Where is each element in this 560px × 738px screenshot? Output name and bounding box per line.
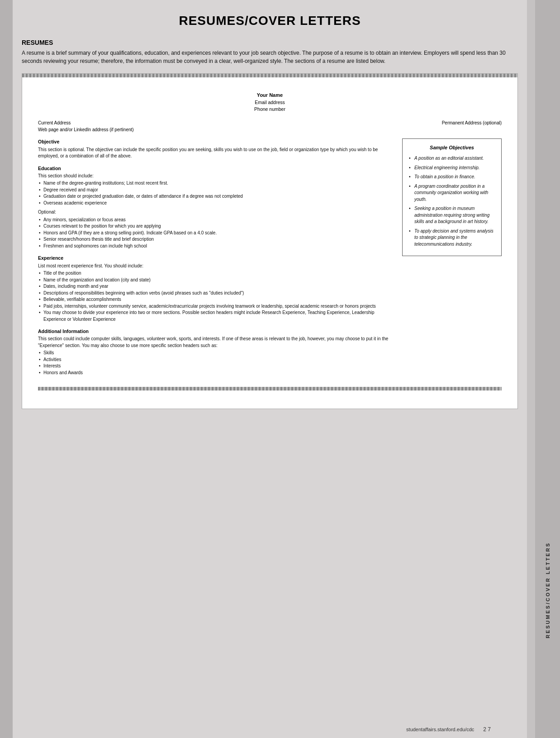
edu-opt-5: Freshmen and sophomores can include high… <box>38 243 395 250</box>
experience-list: Title of the position Name of the organi… <box>38 270 395 323</box>
resume-body: Objective This section is optional. The … <box>38 138 502 378</box>
additional-list: Skills Activities Interests Honors and A… <box>38 350 395 376</box>
obj-5: Seeking a position in museum administrat… <box>409 205 495 225</box>
education-item-3: Graduation date or projected graduation … <box>38 193 395 200</box>
left-decorative-bar <box>0 0 13 738</box>
page-wrapper: RESUMES/COVER LETTERS RESUMES A resume i… <box>0 0 560 738</box>
exp-item-2: Name of the organization and location (c… <box>38 277 395 284</box>
add-item-4: Honors and Awards <box>38 370 395 376</box>
education-list: Name of the degree-granting institutions… <box>38 180 395 206</box>
resume-email: Email address <box>38 99 502 106</box>
education-item-4: Overseas academic experience <box>38 200 395 207</box>
education-item-2: Degree received and major <box>38 187 395 194</box>
exp-item-6: Paid jobs, internships, volunteer commun… <box>38 303 395 310</box>
additional-title: Additional Information <box>38 328 395 335</box>
sidebar-label: RESUMES/COVER LETTERS <box>545 542 551 638</box>
education-title: Education <box>38 165 395 172</box>
current-address-block: Current Address Web page and/or LinkedIn… <box>38 120 134 133</box>
exp-item-4: Descriptions of responsibilities beginni… <box>38 290 395 297</box>
optional-label: Optional: <box>38 209 395 216</box>
intro-paragraph: A resume is a brief summary of your qual… <box>22 49 518 65</box>
page-title: RESUMES/COVER LETTERS <box>22 14 518 28</box>
exp-item-3: Dates, including month and year <box>38 283 395 290</box>
education-item-1: Name of the degree-granting institutions… <box>38 180 395 187</box>
exp-item-5: Believable, verifiable accomplishments <box>38 296 395 303</box>
exp-item-1: Title of the position <box>38 270 395 277</box>
obj-1: A position as an editorial assistant. <box>409 155 495 162</box>
add-item-3: Interests <box>38 363 395 370</box>
edu-opt-3: Honors and GPA (if they are a strong sel… <box>38 230 395 237</box>
resume-header: Your Name Email address Phone number <box>38 92 502 113</box>
sample-objectives-box: Sample Objectives A position as an edito… <box>402 138 502 256</box>
obj-4: A program coordinator position in a comm… <box>409 183 495 203</box>
page-footer: studentaffairs.stanford.edu/cdc 2 7 <box>406 726 491 733</box>
inner-right-bar <box>527 0 535 738</box>
resume-phone: Phone number <box>38 106 502 113</box>
exp-item-7: You may choose to divide your experience… <box>38 309 395 323</box>
experience-intro: List most recent experience first. You s… <box>38 263 395 270</box>
add-item-1: Skills <box>38 350 395 357</box>
objective-title: Objective <box>38 138 395 145</box>
resume-left-column: Objective This section is optional. The … <box>38 138 395 378</box>
edu-opt-2: Courses relevant to the position for whi… <box>38 223 395 230</box>
objective-text: This section is optional. The objective … <box>38 147 395 160</box>
resumes-section-heading: RESUMES <box>22 39 518 46</box>
obj-6: To apply decision and systems analysis t… <box>409 228 495 248</box>
experience-title: Experience <box>38 255 395 262</box>
resume-bottom-border <box>38 387 502 390</box>
sample-objectives-column: Sample Objectives A position as an edito… <box>402 138 502 378</box>
sample-objectives-title: Sample Objectives <box>409 144 495 152</box>
main-content: RESUMES/COVER LETTERS RESUMES A resume i… <box>13 0 527 738</box>
add-item-2: Activities <box>38 357 395 363</box>
sample-objectives-list: A position as an editorial assistant. El… <box>409 155 495 248</box>
additional-text: This section could include computer skil… <box>38 336 395 349</box>
footer-url: studentaffairs.stanford.edu/cdc <box>406 727 474 732</box>
obj-2: Electrical engineering internship. <box>409 165 495 171</box>
permanent-address-label: Permanent Address (optional) <box>442 120 502 133</box>
resume-name: Your Name <box>38 92 502 99</box>
education-optional-list: Any minors, specialization or focus area… <box>38 217 395 250</box>
edu-opt-4: Senior research/honors thesis title and … <box>38 236 395 243</box>
current-address-label: Current Address <box>38 120 134 127</box>
web-address: Web page and/or LinkedIn address (if per… <box>38 127 134 133</box>
edu-opt-1: Any minors, specialization or focus area… <box>38 217 395 224</box>
obj-3: To obtain a position in finance. <box>409 174 495 181</box>
outer-right-bar: RESUMES/COVER LETTERS <box>535 0 560 738</box>
footer-page: 2 7 <box>483 726 491 733</box>
resume-document: Your Name Email address Phone number Cur… <box>22 73 518 409</box>
education-intro: This section should include: <box>38 173 395 180</box>
address-row: Current Address Web page and/or LinkedIn… <box>38 120 502 133</box>
